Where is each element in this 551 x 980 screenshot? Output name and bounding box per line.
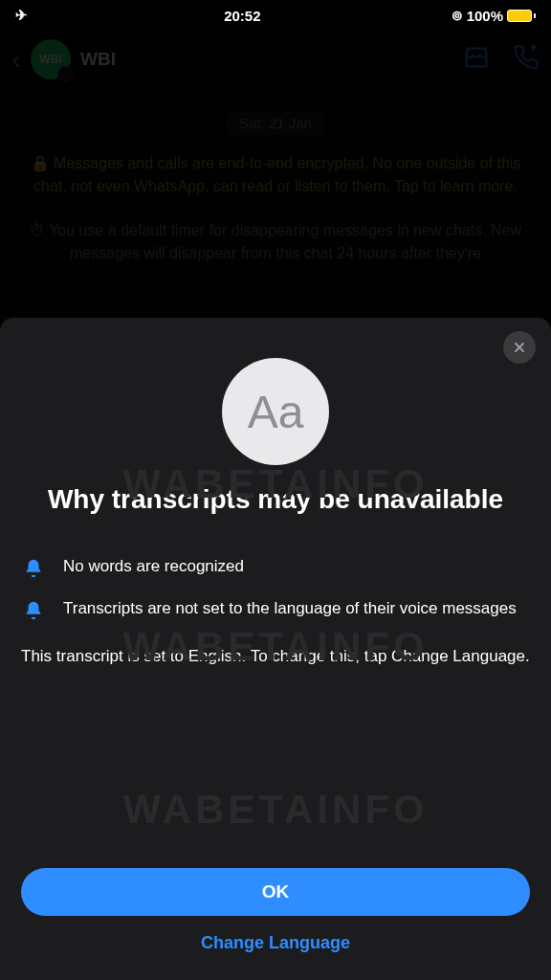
transcript-info-sheet: WABETAINFO WABETAINFO WABETAINFO Aa Why …: [0, 318, 551, 980]
text-size-icon: Aa: [222, 358, 329, 465]
status-left: ✈︎: [15, 7, 33, 24]
bell-icon: [21, 598, 46, 621]
reason-item: No words are recognized: [21, 556, 530, 579]
bell-icon: [21, 556, 46, 579]
airplane-icon: ✈︎: [15, 7, 28, 24]
battery-icon: ⚡: [507, 10, 536, 22]
status-right: ⊚ 100% ⚡: [452, 8, 536, 24]
battery-percentage: 100%: [467, 8, 503, 24]
reason-text: Transcripts are not set to the language …: [63, 598, 517, 620]
close-button[interactable]: [503, 331, 536, 364]
watermark: WABETAINFO: [0, 787, 551, 833]
change-language-button[interactable]: Change Language: [21, 916, 530, 957]
sheet-title: Why transcripts may be unavailable: [21, 482, 530, 516]
ok-button[interactable]: OK: [21, 868, 530, 916]
status-bar: ✈︎ 20:52 ⊚ 100% ⚡: [0, 0, 551, 31]
reason-item: Transcripts are not set to the language …: [21, 598, 530, 621]
orientation-lock-icon: ⊚: [452, 8, 463, 23]
reason-text: No words are recognized: [63, 556, 244, 578]
language-note: This transcript is set to English. To ch…: [21, 646, 530, 668]
status-time: 20:52: [224, 8, 260, 24]
